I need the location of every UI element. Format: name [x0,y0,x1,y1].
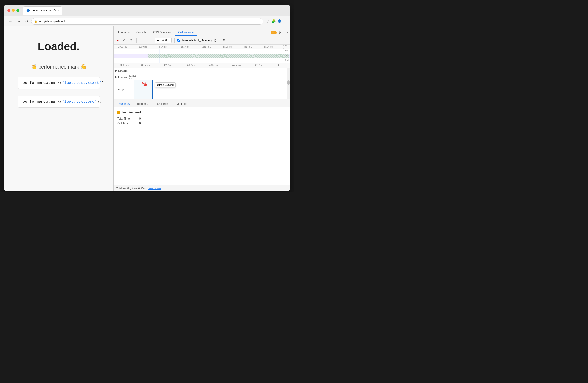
detail-tick-3: 4117 ms [164,64,172,66]
btab-event-log[interactable]: Event Log [172,101,190,107]
extensions-button[interactable]: 🧩 [271,19,276,23]
tab-favicon: 🔵 [26,9,30,12]
status-text: Total blocking time: 0.00ms [116,187,147,190]
total-time-value: 0 [139,117,141,120]
maximize-button[interactable] [16,9,19,12]
ruler-tick-8: 5817 ms [264,45,273,48]
devtools-settings-button[interactable]: ⚙ [278,31,281,34]
btab-bottom-up[interactable]: Bottom-Up [134,101,153,107]
minimize-button[interactable] [12,9,15,12]
code-block-1: performance.mark('load.text:start'); [18,77,100,89]
tab-title: performance.mark() [32,9,56,12]
memory-checkbox[interactable] [198,39,201,42]
network-label-text: Network [118,69,127,72]
ruler-tick-3: 817 ms [159,45,167,48]
network-track-label[interactable]: ▶ Network [114,69,134,72]
toolbar-separator-2 [152,38,152,43]
detail-tick-8: 4 [278,64,279,66]
load-profile-button[interactable]: ↑ [139,38,143,43]
timeline-scrollbar[interactable] [287,68,290,99]
selection-range-overview [159,49,160,63]
warning-count: 1 [274,31,276,34]
tab-area: 🔵 performance.mark() × + [23,6,287,15]
webpage: Loaded. 👋 performance mark 👋 performance… [4,26,113,191]
btab-call-tree[interactable]: Call Tree [154,101,171,107]
forward-button[interactable]: → [16,19,22,24]
summary-item-title: load.text:end [117,111,286,114]
code2-end: ); [97,100,101,104]
new-tab-button[interactable]: + [63,7,69,14]
timeline-detail[interactable]: 3917 ms 4017 ms 4117 ms 4217 ms 4317 ms … [114,63,290,99]
recording-select[interactable]: jec.fyi #1 ▾ [155,38,172,43]
warning-icon: ⚠ [272,31,274,34]
learn-more-link[interactable]: Learn more [148,187,161,190]
summary-color-box [117,111,121,114]
timings-content[interactable]: 0 load.text:end ➜ [134,80,290,99]
fps-area: FPS [114,49,290,54]
save-profile-button[interactable]: ↓ [145,38,149,43]
toolbar-settings-button[interactable]: ⚙ [223,39,226,42]
back-button[interactable]: ← [7,19,14,24]
lock-icon: 🔒 [34,20,37,23]
btab-summary[interactable]: Summary [115,101,133,107]
close-button[interactable] [7,9,10,12]
screenshots-checkbox-area[interactable]: Screenshots [177,39,196,42]
network-track-content [134,68,290,74]
tab-elements[interactable]: Elements [115,29,133,36]
scrollbar-thumb [287,80,290,85]
cpu-hatched-bar [148,54,289,58]
trash-button[interactable]: 🗑 [214,39,217,42]
clear-button[interactable]: ⊘ [129,38,134,43]
account-button[interactable]: 👤 [277,19,282,23]
tab-more[interactable]: » [197,30,202,36]
devtools-panel: Elements Console CSS Overview Performanc… [113,26,290,191]
cpu-area: CPU [114,54,290,58]
detail-tick-1: 3917 ms [121,64,129,66]
record-button[interactable]: ● [115,38,120,43]
tab-close-button[interactable]: × [57,9,59,12]
devtools-toolbar: ● ↺ ⊘ ↑ ↓ jec.fyi #1 ▾ Screenshots [114,36,290,45]
self-time-label: Self Time [117,122,135,125]
screenshots-checkbox[interactable] [177,39,180,42]
frames-expand-icon: ▶ [115,75,117,78]
tab-console[interactable]: Console [133,29,150,36]
ruler-tick-7: 4817 ms [243,45,252,48]
devtools-more-button[interactable]: ⋮ [282,31,285,34]
code2-method: performance.mark( [22,100,62,104]
net-label: NET [285,59,289,61]
network-track: ▶ Network [114,68,290,74]
timeline-overview[interactable]: 1000 ms 2000 ms 817 ms 1817 ms 2817 ms 3… [114,45,290,63]
dropdown-icon: ▾ [168,39,170,42]
memory-checkbox-area[interactable]: Memory [198,39,212,42]
frames-track-content [134,74,290,80]
active-tab[interactable]: 🔵 performance.mark() × [23,6,63,15]
code1-method: performance.mark( [22,81,62,85]
timeline-detail-ruler: 3917 ms 4017 ms 4117 ms 4217 ms 4317 ms … [114,63,290,68]
tab-performance[interactable]: Performance [175,29,197,36]
reload-record-button[interactable]: ↺ [122,38,127,43]
devtools-tabs: Elements Console CSS Overview Performanc… [114,26,290,36]
summary-item-label: load.text:end [122,111,141,114]
net-area: NET [114,58,290,63]
url-text: jec.fyi/demo/perf-mark [39,20,66,23]
address-bar[interactable]: 🔒 jec.fyi/demo/perf-mark [31,18,263,25]
toolbar-separator-1 [136,38,137,43]
tab-css-overview[interactable]: CSS Overview [150,29,174,36]
menu-button[interactable]: ⋮ [283,19,287,23]
ruler-tick-9: 6817 m [283,45,290,49]
code1-string: 'load.text:start' [62,81,101,85]
traffic-lights [7,9,19,12]
ruler-tick-2: 2000 ms [139,45,147,48]
nav-icons: ☆ 🧩 👤 ⋮ [267,19,287,23]
perf-mark-label: 👋 performance mark 👋 [31,64,87,70]
ruler-tick-4: 1817 ms [181,45,189,48]
frames-track-label[interactable]: ▶ Frames 3935.1 ms [114,74,134,80]
summary-self-time-row: Self Time 0 [117,121,286,126]
recording-label: jec.fyi #1 [157,39,167,42]
devtools-close-button[interactable]: × [287,31,289,34]
devtools-controls: ⚠ 1 ⚙ ⋮ × [271,31,289,36]
code-block-2: performance.mark('load.text:end'); [18,96,100,108]
memory-label: Memory [202,39,212,42]
bookmark-button[interactable]: ☆ [267,19,270,23]
refresh-button[interactable]: ↺ [24,18,29,24]
